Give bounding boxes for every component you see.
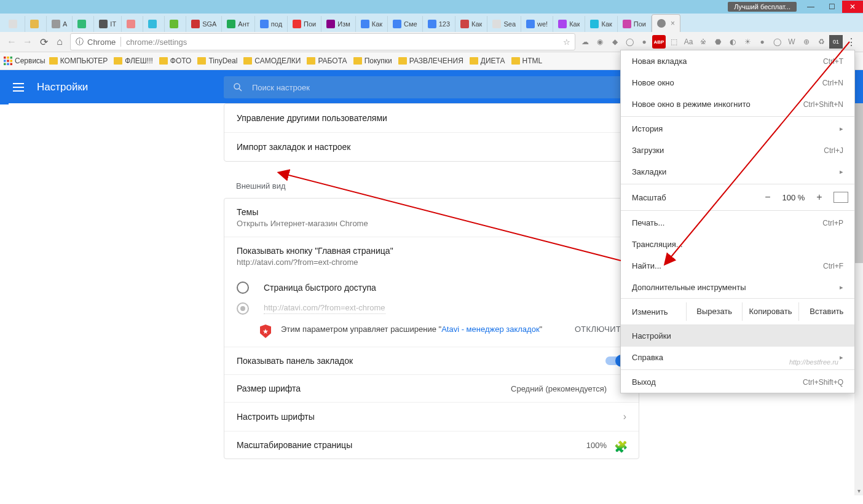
tab[interactable]: Как (553, 16, 585, 32)
fullscreen-icon[interactable] (833, 192, 848, 203)
bookmark-folder[interactable]: ФЛЕШ!!! (114, 57, 153, 65)
extension-icon[interactable]: ♻ (814, 35, 828, 49)
row-themes[interactable]: Темы Открыть Интернет-магазин Chrome (224, 199, 639, 237)
menu-cast[interactable]: Трансляция... (621, 234, 854, 255)
extension-icon[interactable]: ◆ (608, 35, 621, 49)
bookmark-folder[interactable]: ДИЕТА (470, 57, 505, 65)
scroll-down-icon[interactable]: ▾ (854, 487, 863, 495)
favicon (148, 20, 157, 28)
scrollbar[interactable]: ▾ (854, 103, 863, 495)
tab[interactable]: Sea (487, 16, 521, 32)
extension-icon[interactable]: ◯ (770, 35, 784, 49)
home-button[interactable]: ⌂ (52, 34, 68, 50)
window-maximize-button[interactable]: ☐ (821, 1, 842, 13)
extension-icon[interactable]: ◯ (623, 35, 636, 49)
omnibox[interactable]: ⓘ Chrome chrome://settings ☆ (70, 33, 575, 50)
row-font-size[interactable]: Размер шрифта Средний (рекомендуется) ▼ (224, 375, 639, 403)
menu-cut[interactable]: Вырезать (686, 302, 742, 321)
tab[interactable]: SGA (186, 16, 222, 32)
tab[interactable] (122, 16, 143, 32)
extension-icon[interactable]: ◉ (593, 35, 607, 49)
font-size-select[interactable]: Средний (рекомендуется) ▼ (511, 384, 626, 393)
menu-new-tab[interactable]: Новая вкладкаCtrl+T (621, 50, 854, 72)
extension-icon[interactable]: 01 (829, 35, 843, 49)
tab[interactable]: Пои (288, 16, 321, 32)
row-import-bookmarks[interactable]: Импорт закладок и настроек › (224, 133, 639, 161)
bookmark-folder[interactable]: ФОТО (159, 57, 192, 65)
menu-downloads[interactable]: ЗагрузкиCtrl+J (621, 140, 854, 161)
tab[interactable]: we! (521, 16, 553, 32)
extension-icon[interactable]: ⬣ (711, 35, 725, 49)
tab[interactable] (25, 16, 47, 32)
bookmark-folder[interactable]: HTML (511, 57, 543, 65)
zoom-out-button[interactable]: − (759, 192, 777, 203)
menu-bookmarks[interactable]: Закладки▸ (621, 161, 854, 183)
menu-history[interactable]: История▸ (621, 118, 854, 140)
bookmark-star-icon[interactable]: ☆ (559, 37, 575, 47)
extension-icon[interactable]: ⬚ (667, 35, 680, 49)
window-minimize-button[interactable]: — (800, 1, 821, 13)
radio-custom-url[interactable]: http://atavi.com/?from=ext-chrome (237, 302, 626, 315)
zoom-in-button[interactable]: + (810, 192, 829, 203)
tab[interactable]: 123 (423, 16, 455, 32)
bookmark-folder[interactable]: Покупки (353, 57, 392, 65)
menu-help[interactable]: Справка▸ http://bestfree.ru (621, 347, 854, 368)
extension-icon[interactable]: ● (755, 35, 769, 49)
bookmark-folder[interactable]: КОМПЬЮТЕР (49, 57, 108, 65)
tab[interactable] (73, 16, 94, 32)
tab[interactable] (4, 16, 25, 32)
extension-icon[interactable]: ABP (652, 35, 666, 49)
menu-print[interactable]: Печать...Ctrl+P (621, 212, 854, 234)
tab[interactable]: A (47, 16, 73, 32)
close-icon[interactable]: × (671, 19, 675, 28)
apps-button[interactable]: Сервисы (4, 57, 45, 65)
row-page-zoom[interactable]: Масштабирование страницы 100% ▼ (224, 431, 639, 459)
reload-button[interactable]: ⟳ (36, 34, 52, 50)
menu-paste[interactable]: Вставить (798, 302, 854, 321)
forward-button[interactable]: → (20, 34, 36, 50)
tab[interactable]: Ант (222, 16, 254, 32)
radio-new-tab-page[interactable]: Страница быстрого доступа (237, 282, 626, 294)
disable-button[interactable]: ОТКЛЮЧИТЬ (575, 325, 626, 334)
tab[interactable]: IT (94, 16, 122, 32)
tab[interactable]: Как (455, 16, 487, 32)
menu-incognito[interactable]: Новое окно в режиме инкогнитоCtrl+Shift+… (621, 93, 854, 115)
tab[interactable]: под (255, 16, 288, 32)
tab-active[interactable]: × (652, 14, 680, 32)
extension-icon[interactable]: ⊕ (800, 35, 813, 49)
chrome-menu-button[interactable]: ⋮ (843, 34, 859, 50)
extension-icon[interactable]: ☁ (578, 35, 592, 49)
menu-exit[interactable]: ВыходCtrl+Shift+Q (621, 371, 854, 393)
scroll-thumb[interactable] (854, 103, 863, 263)
extension-icon[interactable]: ● (637, 35, 651, 49)
bookmark-folder[interactable]: САМОДЕЛКИ (243, 57, 301, 65)
bookmark-folder[interactable]: РАБОТА (307, 57, 347, 65)
menu-more-tools[interactable]: Дополнительные инструменты▸ (621, 277, 854, 298)
extension-icon[interactable]: ※ (696, 35, 710, 49)
tab[interactable] (143, 16, 165, 32)
row-bookmarks-bar[interactable]: Показывать панель закладок (224, 347, 639, 375)
tab[interactable]: Как (356, 16, 388, 32)
bookmark-folder[interactable]: РАЗВЛЕЧЕНИЯ (398, 57, 463, 65)
row-customize-fonts[interactable]: Настроить шрифты › (224, 403, 639, 431)
menu-settings[interactable]: Настройки (621, 325, 854, 347)
bookmark-folder[interactable]: TinyDeal (197, 57, 237, 65)
extension-link[interactable]: Atavi - менеджер закладок (441, 325, 539, 334)
menu-find[interactable]: Найти...Ctrl+F (621, 255, 854, 277)
tab[interactable]: Изм (321, 16, 356, 32)
settings-search[interactable]: Поиск настроек (224, 76, 636, 98)
tab[interactable]: Как (585, 16, 617, 32)
back-button[interactable]: ← (4, 34, 20, 50)
extension-icon[interactable]: ☀ (741, 35, 754, 49)
extension-icon[interactable]: Aa (682, 35, 695, 49)
tab[interactable]: Пои (618, 16, 652, 32)
window-close-button[interactable]: ✕ (842, 1, 863, 13)
menu-copy[interactable]: Копировать (742, 302, 798, 321)
extension-icon[interactable]: ◐ (726, 35, 739, 49)
extension-icon[interactable]: W (785, 35, 798, 49)
tab[interactable] (165, 16, 186, 32)
hamburger-icon[interactable] (11, 80, 26, 95)
menu-new-window[interactable]: Новое окноCtrl+N (621, 72, 854, 93)
row-manage-users[interactable]: Управление другими пользователями › (224, 104, 639, 133)
tab[interactable]: Сме (388, 16, 423, 32)
